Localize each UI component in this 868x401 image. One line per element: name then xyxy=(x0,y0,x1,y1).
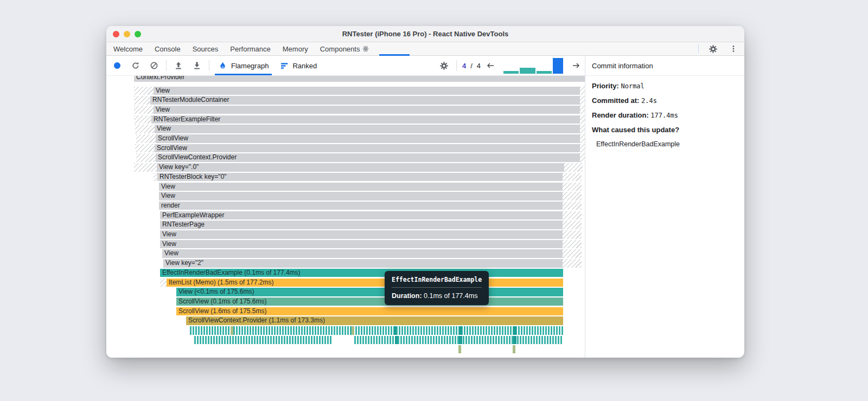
flame-bar[interactable]: RNTesterModuleContainer xyxy=(150,96,580,105)
tab-strip: WelcomeConsoleSourcesPerformanceMemoryCo… xyxy=(107,42,414,55)
flame-bar[interactable]: View xyxy=(159,192,563,200)
tab-label: Performance xyxy=(230,45,270,53)
did-not-render-hatch xyxy=(563,240,582,249)
did-not-render-hatch xyxy=(154,173,157,182)
tab-console[interactable]: Console xyxy=(149,42,187,55)
flame-bar[interactable]: View key="2" xyxy=(163,259,563,268)
did-not-render-hatch xyxy=(563,230,582,239)
flame-row: ItemList (Memo) (1.5ms of 177.2ms) xyxy=(106,279,585,287)
flame-bar[interactable]: EffectInRenderBadExample (0.1ms of 177.4… xyxy=(160,269,563,277)
flame-row: View xyxy=(106,125,585,133)
flame-bar[interactable]: View xyxy=(155,125,580,133)
flame-bar[interactable]: ItemList (Memo) (1.5ms of 177.2ms) xyxy=(167,279,563,287)
flame-bar[interactable] xyxy=(231,326,233,335)
flame-bar[interactable]: RNTesterBlock key="0" xyxy=(157,173,563,182)
flame-bar[interactable] xyxy=(394,326,397,335)
flame-bar[interactable] xyxy=(458,345,461,353)
flame-dense-bars[interactable] xyxy=(194,336,332,345)
flame-bar[interactable] xyxy=(513,345,515,353)
flame-row: PerfExampleWrapper xyxy=(106,211,585,220)
commit-info-body: Priority: NormalCommitted at: 2.4sRender… xyxy=(585,76,744,159)
flame-icon xyxy=(218,61,227,70)
zoom-window-button[interactable] xyxy=(135,31,141,37)
flame-bar[interactable]: View xyxy=(154,87,580,95)
flame-bar[interactable]: View (<0.1ms of 175.6ms) xyxy=(176,288,563,296)
profiler-toolbar: Flamegraph Ranked xyxy=(106,56,585,76)
flame-dense-row xyxy=(106,336,585,345)
flame-bar[interactable]: View xyxy=(162,249,563,258)
flame-row: ScrollView (1.6ms of 175.5ms) xyxy=(106,307,585,316)
commit-bar[interactable] xyxy=(503,71,519,74)
tab-welcome[interactable]: Welcome xyxy=(107,42,149,55)
flame-bar[interactable] xyxy=(395,336,398,345)
import-profile-button[interactable] xyxy=(172,59,185,72)
flame-bar[interactable]: ScrollView xyxy=(155,144,580,153)
flame-bar[interactable]: render xyxy=(159,202,563,210)
commit-separator: / xyxy=(470,62,473,70)
flame-bar[interactable]: ScrollView (0.1ms of 175.6ms) xyxy=(176,297,563,306)
flame-dense-bars[interactable] xyxy=(190,326,563,335)
commit-info-row: Priority: Normal xyxy=(592,81,738,92)
tab-label: Console xyxy=(155,45,181,53)
tab-bar-actions xyxy=(698,42,740,55)
flame-bar[interactable] xyxy=(513,336,516,345)
did-not-render-hatch xyxy=(134,96,150,105)
flame-bar[interactable]: View xyxy=(154,106,580,114)
flame-bar[interactable]: ScrollView xyxy=(156,134,580,143)
flame-bar[interactable] xyxy=(459,336,462,345)
flame-row: render xyxy=(106,202,585,210)
divider xyxy=(456,60,457,71)
next-commit-button[interactable] xyxy=(572,62,580,69)
devtools-window: RNTester (iPhone 16 Pro) - React Native … xyxy=(106,26,744,358)
flame-row: ScrollViewContext.Provider (1.1ms of 173… xyxy=(106,316,585,325)
flame-bar[interactable]: View key=".0" xyxy=(157,163,564,172)
flame-bar[interactable]: Context.Provider xyxy=(134,76,585,82)
tab-label: Welcome xyxy=(113,45,143,53)
commit-bar[interactable] xyxy=(537,71,552,74)
traffic-lights xyxy=(113,31,141,37)
tab-active-blank[interactable] xyxy=(375,42,414,55)
flame-bar[interactable]: RNTesterPage xyxy=(160,221,563,229)
flame-dense-row xyxy=(106,326,585,335)
commit-bar-selected[interactable] xyxy=(553,58,563,74)
tab-components[interactable]: Components xyxy=(314,42,375,55)
title-bar[interactable]: RNTester (iPhone 16 Pro) - React Native … xyxy=(106,26,744,42)
did-not-render-hatch xyxy=(134,106,154,114)
reload-and-profile-button[interactable] xyxy=(129,59,142,72)
tab-ranked[interactable]: Ranked xyxy=(277,56,320,75)
tab-flamegraph[interactable]: Flamegraph xyxy=(215,56,272,75)
tab-sources[interactable]: Sources xyxy=(187,42,225,55)
settings-gear-icon[interactable] xyxy=(706,42,719,55)
flamegraph-tab-label: Flamegraph xyxy=(231,62,269,70)
flame-bar[interactable]: ScrollViewContext.Provider xyxy=(156,153,580,162)
close-window-button[interactable] xyxy=(113,31,119,37)
flame-row: RNTesterExampleFilter xyxy=(106,115,585,124)
minimize-window-button[interactable] xyxy=(124,31,130,37)
update-cause-component[interactable]: EffectInRenderBadExample xyxy=(592,140,680,148)
kebab-menu-icon[interactable] xyxy=(727,42,740,55)
commit-bar[interactable] xyxy=(520,68,535,74)
flame-bar[interactable]: PerfExampleWrapper xyxy=(160,211,563,220)
window-title: RNTester (iPhone 16 Pro) - React Native … xyxy=(342,30,509,38)
flame-bar[interactable]: View xyxy=(160,230,563,239)
flame-bar[interactable]: View xyxy=(160,240,563,249)
flame-bar[interactable] xyxy=(459,326,462,335)
flame-bar[interactable]: ScrollViewContext.Provider (1.1ms of 173… xyxy=(186,316,563,325)
flame-bar[interactable]: ScrollView (1.6ms of 175.5ms) xyxy=(176,307,563,316)
clear-profiles-button[interactable] xyxy=(148,59,161,72)
did-not-render-hatch xyxy=(563,259,582,268)
tab-memory[interactable]: Memory xyxy=(277,42,314,55)
flame-bar[interactable]: RNTesterExampleFilter xyxy=(151,115,580,124)
devtools-tab-bar: WelcomeConsoleSourcesPerformanceMemoryCo… xyxy=(106,42,744,56)
flame-bar[interactable] xyxy=(513,326,516,335)
tab-performance[interactable]: Performance xyxy=(224,42,276,55)
export-profile-button[interactable] xyxy=(190,59,203,72)
flame-bar[interactable] xyxy=(352,326,354,335)
previous-commit-button[interactable] xyxy=(486,62,495,69)
profiler-settings-gear-icon[interactable] xyxy=(438,59,451,72)
divider xyxy=(166,60,167,71)
flame-row: View xyxy=(106,106,585,114)
flame-bar[interactable]: View xyxy=(159,183,563,191)
record-button[interactable] xyxy=(111,59,124,72)
did-not-render-hatch xyxy=(134,163,157,172)
